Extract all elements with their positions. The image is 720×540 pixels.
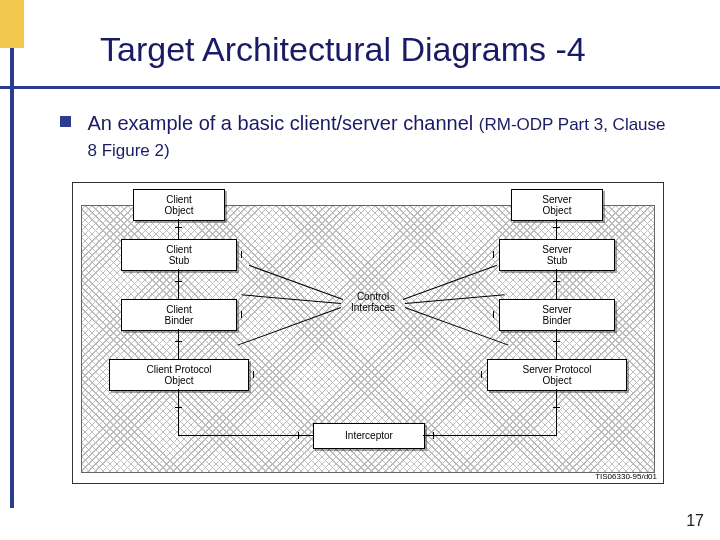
connector	[556, 389, 557, 435]
page-number: 17	[686, 512, 704, 530]
interface-tick-icon	[433, 432, 434, 439]
square-bullet-icon	[60, 116, 71, 127]
bullet-text: An example of a basic client/server chan…	[87, 110, 667, 162]
interface-tick-icon	[298, 432, 299, 439]
connector	[556, 329, 557, 359]
box-server-binder: ServerBinder	[499, 299, 615, 331]
connector	[178, 219, 179, 239]
interface-tick-icon	[175, 407, 182, 408]
interface-tick-icon	[553, 407, 560, 408]
accent-blue-horizontal	[0, 86, 720, 89]
slide-title: Target Architectural Diagrams -4	[100, 30, 586, 69]
accent-bar	[0, 0, 24, 540]
interface-tick-icon	[241, 251, 242, 258]
figure-code: TIS06330-95/d01	[595, 472, 657, 481]
interface-tick-icon	[175, 227, 182, 228]
box-server-stub: ServerStub	[499, 239, 615, 271]
connector	[178, 389, 179, 435]
connector	[178, 329, 179, 359]
diagram-frame: ClientObject ClientStub ClientBinder Cli…	[72, 182, 664, 484]
interface-tick-icon	[175, 341, 182, 342]
box-interceptor: Interceptor	[313, 423, 425, 449]
box-client-object: ClientObject	[133, 189, 225, 221]
interface-tick-icon	[553, 341, 560, 342]
interface-tick-icon	[481, 371, 482, 378]
accent-blue-vertical	[10, 48, 14, 508]
connector	[423, 435, 557, 436]
box-client-stub: ClientStub	[121, 239, 237, 271]
connector	[556, 219, 557, 239]
connector	[178, 435, 313, 436]
box-server-protocol: Server ProtocolObject	[487, 359, 627, 391]
bullet-row: An example of a basic client/server chan…	[60, 110, 690, 162]
control-interfaces-label: ControlInterfaces	[343, 291, 403, 313]
box-server-object: ServerObject	[511, 189, 603, 221]
box-client-binder: ClientBinder	[121, 299, 237, 331]
interface-tick-icon	[493, 251, 494, 258]
bullet-main: An example of a basic client/server chan…	[87, 112, 478, 134]
connector	[556, 269, 557, 299]
slide: Target Architectural Diagrams -4 An exam…	[0, 0, 720, 540]
interface-tick-icon	[175, 281, 182, 282]
interface-tick-icon	[253, 371, 254, 378]
box-client-protocol: Client ProtocolObject	[109, 359, 249, 391]
interface-tick-icon	[553, 281, 560, 282]
interface-tick-icon	[553, 227, 560, 228]
interface-tick-icon	[493, 311, 494, 318]
connector	[178, 269, 179, 299]
accent-yellow-box	[0, 0, 24, 48]
interface-tick-icon	[241, 311, 242, 318]
